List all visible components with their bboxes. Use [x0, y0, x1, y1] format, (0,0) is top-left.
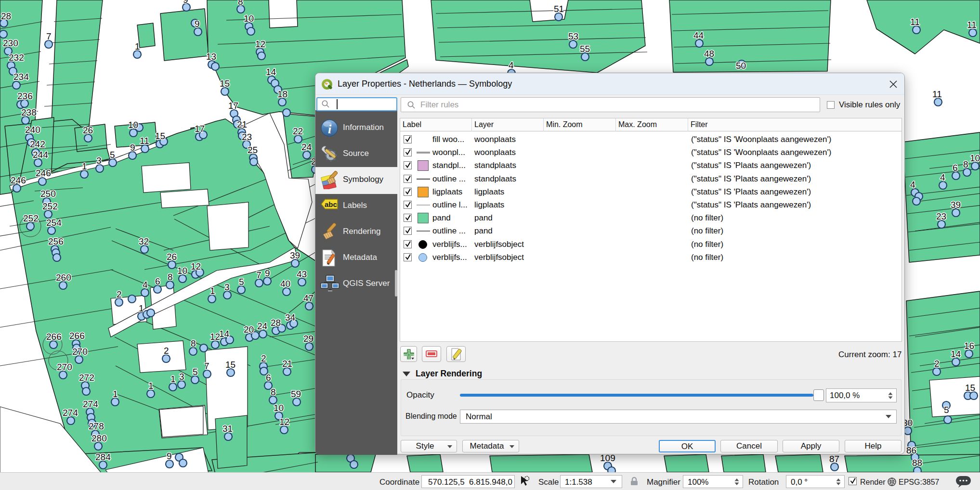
svg-text:21: 21: [282, 359, 292, 369]
svg-text:7: 7: [256, 270, 261, 280]
svg-text:10: 10: [177, 266, 187, 276]
svg-text:6: 6: [953, 163, 958, 173]
svg-text:2: 2: [934, 359, 940, 369]
svg-text:10: 10: [970, 153, 980, 163]
svg-text:260: 260: [56, 272, 71, 283]
svg-text:21: 21: [237, 119, 247, 129]
svg-text:18: 18: [277, 89, 287, 99]
svg-text:252: 252: [23, 213, 39, 223]
svg-text:2: 2: [261, 353, 266, 363]
svg-text:48: 48: [704, 49, 714, 59]
svg-text:25: 25: [248, 145, 258, 155]
svg-text:26: 26: [83, 125, 93, 135]
svg-text:4: 4: [509, 60, 514, 70]
svg-text:1: 1: [135, 41, 140, 52]
svg-text:9: 9: [265, 268, 270, 278]
svg-text:12: 12: [255, 39, 265, 49]
svg-text:59: 59: [291, 389, 301, 399]
svg-text:12: 12: [191, 261, 201, 271]
svg-text:5: 5: [944, 405, 949, 415]
svg-text:9: 9: [130, 142, 135, 153]
svg-text:270: 270: [72, 347, 88, 357]
svg-text:284: 284: [95, 452, 111, 462]
svg-text:1: 1: [210, 286, 215, 296]
svg-text:10: 10: [244, 13, 254, 24]
svg-text:87: 87: [829, 454, 839, 464]
svg-text:14: 14: [266, 67, 276, 77]
svg-text:12: 12: [210, 332, 220, 342]
svg-text:246: 246: [36, 168, 51, 178]
svg-text:8: 8: [191, 338, 196, 348]
svg-text:7: 7: [46, 31, 52, 41]
svg-text:39: 39: [951, 200, 961, 210]
svg-text:11: 11: [932, 89, 942, 99]
svg-text:278: 278: [89, 421, 104, 431]
svg-text:242: 242: [30, 139, 45, 149]
svg-text:14: 14: [219, 329, 230, 339]
svg-text:i: i: [328, 122, 332, 136]
svg-text:8: 8: [271, 387, 276, 397]
svg-text:274: 274: [63, 408, 78, 418]
svg-text:1: 1: [113, 389, 118, 399]
svg-text:6: 6: [155, 276, 160, 286]
svg-text:238: 238: [21, 107, 37, 117]
svg-text:22: 22: [293, 126, 303, 136]
svg-text:4: 4: [143, 280, 148, 290]
svg-text:10: 10: [274, 403, 284, 413]
svg-text:47: 47: [303, 293, 314, 303]
svg-text:31: 31: [222, 424, 233, 434]
svg-text:43: 43: [297, 269, 307, 279]
svg-text:8: 8: [168, 272, 173, 282]
svg-text:266: 266: [69, 331, 85, 341]
svg-text:5: 5: [193, 367, 198, 377]
svg-text:15: 15: [220, 78, 230, 89]
svg-text:1: 1: [170, 374, 176, 384]
svg-text:11: 11: [910, 17, 920, 27]
svg-text:1: 1: [148, 381, 154, 391]
svg-text:23: 23: [936, 211, 946, 221]
svg-text:55: 55: [580, 44, 590, 54]
svg-text:256: 256: [48, 236, 64, 246]
svg-text:270: 270: [57, 362, 72, 372]
svg-text:254: 254: [46, 218, 62, 228]
svg-text:4: 4: [910, 180, 915, 190]
svg-text:10: 10: [128, 120, 138, 130]
svg-text:32: 32: [139, 236, 149, 246]
svg-text:3: 3: [179, 372, 184, 382]
svg-text:28: 28: [1, 11, 11, 21]
svg-text:9: 9: [195, 19, 200, 29]
svg-text:252: 252: [42, 201, 58, 211]
svg-text:24: 24: [257, 321, 268, 331]
svg-text:39: 39: [290, 250, 300, 260]
svg-text:2: 2: [117, 289, 122, 299]
svg-text:11: 11: [967, 20, 977, 30]
svg-text:12: 12: [279, 417, 289, 427]
svg-text:40: 40: [280, 279, 290, 289]
svg-text:29: 29: [303, 334, 314, 344]
svg-text:11: 11: [140, 136, 149, 146]
svg-text:8: 8: [963, 159, 968, 169]
svg-text:230: 230: [3, 38, 18, 48]
svg-text:272: 272: [79, 373, 94, 383]
svg-text:34: 34: [285, 312, 296, 322]
svg-text:3: 3: [96, 155, 102, 166]
svg-text:15: 15: [155, 131, 165, 141]
svg-text:280: 280: [91, 433, 107, 443]
svg-text:244: 244: [33, 150, 48, 160]
svg-text:86: 86: [906, 445, 916, 455]
svg-text:232: 232: [9, 52, 24, 63]
svg-text:53: 53: [568, 31, 578, 41]
svg-text:28: 28: [271, 318, 281, 328]
svg-text:1: 1: [82, 161, 87, 171]
svg-text:240: 240: [25, 125, 40, 135]
svg-text:50: 50: [736, 61, 746, 71]
svg-text:9: 9: [167, 451, 172, 461]
svg-text:3: 3: [224, 282, 230, 292]
svg-text:266: 266: [46, 332, 62, 342]
svg-text:9: 9: [183, 0, 188, 5]
svg-text:88: 88: [912, 458, 922, 468]
svg-text:abc: abc: [325, 200, 337, 208]
svg-text:5: 5: [110, 150, 115, 160]
svg-text:23: 23: [242, 132, 252, 142]
svg-text:1: 1: [139, 303, 144, 313]
